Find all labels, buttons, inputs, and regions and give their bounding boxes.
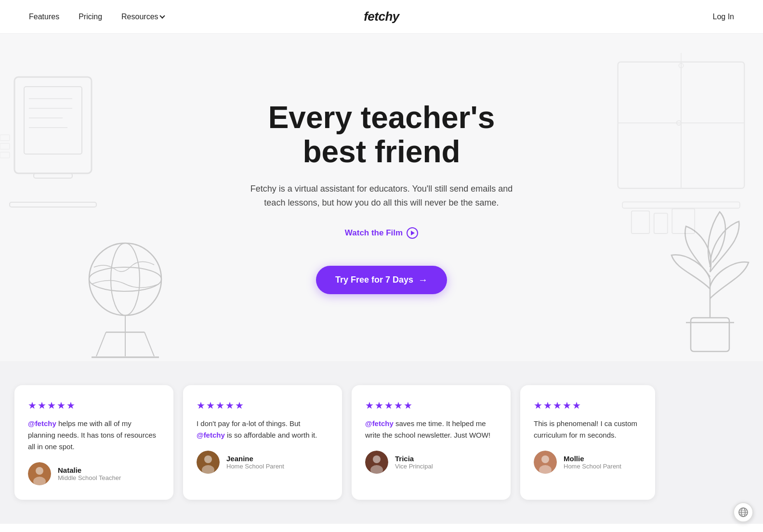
review-card: ★★★★★I don't pay for a-lot of things. Bu…	[183, 385, 342, 500]
svg-rect-27	[672, 208, 695, 234]
review-card: ★★★★★This is phenomenal! I ca custom cur…	[520, 385, 655, 500]
chevron-down-icon	[159, 13, 165, 18]
mention-tag[interactable]: @fetchy	[28, 419, 56, 428]
arrow-right-icon: →	[418, 274, 428, 285]
mention-tag[interactable]: @fetchy	[365, 419, 394, 428]
svg-point-29	[679, 64, 683, 68]
monitor-illustration	[0, 63, 106, 231]
svg-point-12	[111, 243, 140, 315]
review-stars: ★★★★★	[534, 400, 642, 411]
reviewer: NatalieMiddle School Teacher	[28, 462, 160, 485]
reviewer-name: Natalie	[58, 466, 121, 474]
svg-point-23	[677, 121, 681, 125]
globe-language-button[interactable]	[733, 502, 753, 522]
svg-rect-7	[10, 202, 96, 207]
review-text: I don't pay for a-lot of things. But @fe…	[197, 418, 329, 441]
avatar	[365, 451, 388, 474]
reviewer-role: Middle School Teacher	[58, 474, 121, 481]
reviewer-info: MollieHome School Parent	[564, 454, 621, 470]
svg-point-37	[204, 455, 212, 463]
plant-illustration	[657, 193, 763, 361]
navigation: Features Pricing Resources fetchy Log In	[0, 0, 763, 34]
reviewer-info: TriciaVice Principal	[395, 454, 433, 470]
svg-rect-20	[618, 62, 745, 189]
review-stars: ★★★★★	[365, 400, 497, 411]
svg-rect-24	[622, 202, 740, 208]
svg-point-40	[373, 455, 381, 463]
svg-line-17	[145, 332, 154, 356]
nav-resources[interactable]: Resources	[121, 13, 158, 21]
nav-resources-wrapper: Resources	[121, 13, 164, 21]
reviewer-name: Tricia	[395, 454, 433, 463]
nav-left: Features Pricing Resources	[29, 13, 164, 21]
svg-rect-0	[14, 77, 92, 173]
reviewer: MollieHome School Parent	[534, 451, 642, 474]
mention-tag[interactable]: @fetchy	[197, 431, 225, 439]
review-card: ★★★★★@fetchy helps me with all of my pla…	[14, 385, 173, 500]
review-text: @fetchy saves me time. It helped me writ…	[365, 418, 497, 441]
svg-rect-10	[0, 152, 10, 158]
svg-point-11	[89, 243, 161, 315]
cta-button[interactable]: Try Free for 7 Days →	[316, 266, 447, 294]
nav-features[interactable]: Features	[29, 13, 59, 21]
nav-right: Log In	[713, 13, 734, 21]
hero-title: Every teacher's best friend	[247, 101, 516, 169]
globe-icon	[738, 507, 749, 518]
svg-rect-9	[0, 143, 10, 149]
svg-point-13	[89, 267, 161, 291]
svg-rect-8	[0, 135, 10, 141]
avatar	[197, 451, 220, 474]
svg-rect-6	[34, 173, 72, 178]
reviewer-name: Jeanine	[226, 454, 284, 463]
hero-content: Every teacher's best friend Fetchy is a …	[237, 72, 526, 323]
svg-rect-26	[654, 213, 668, 234]
review-stars: ★★★★★	[197, 400, 329, 411]
reviewer: JeanineHome School Parent	[197, 451, 329, 474]
hero-section: Every teacher's best friend Fetchy is a …	[0, 34, 763, 361]
review-text: This is phenomenal! I ca custom curricul…	[534, 418, 642, 441]
reviewer-role: Home School Parent	[564, 463, 621, 470]
globe-illustration	[77, 236, 173, 361]
cta-label: Try Free for 7 Days	[335, 275, 413, 285]
svg-point-34	[36, 467, 43, 475]
hero-subtitle: Fetchy is a virtual assistant for educat…	[247, 182, 516, 210]
svg-rect-30	[691, 318, 729, 351]
svg-rect-1	[24, 87, 82, 154]
watch-film-link[interactable]: Watch the Film	[345, 227, 418, 239]
review-text: @fetchy helps me with all of my planning…	[28, 418, 160, 453]
login-button[interactable]: Log In	[713, 13, 734, 21]
reviewer-role: Vice Principal	[395, 463, 433, 470]
site-logo[interactable]: fetchy	[364, 9, 399, 24]
avatar	[28, 462, 51, 485]
reviewer: TriciaVice Principal	[365, 451, 497, 474]
nav-pricing[interactable]: Pricing	[79, 13, 102, 21]
svg-rect-25	[631, 211, 650, 234]
reviewer-role: Home School Parent	[226, 463, 284, 470]
watch-film-label: Watch the Film	[345, 228, 403, 238]
play-triangle-icon	[411, 231, 415, 235]
review-stars: ★★★★★	[28, 400, 160, 411]
reviews-section: ★★★★★@fetchy helps me with all of my pla…	[0, 361, 763, 524]
avatar	[534, 451, 557, 474]
reviewer-info: NatalieMiddle School Teacher	[58, 466, 121, 481]
window-illustration	[609, 53, 753, 279]
reviewer-info: JeanineHome School Parent	[226, 454, 284, 470]
play-icon	[407, 227, 418, 239]
review-card: ★★★★★@fetchy saves me time. It helped me…	[352, 385, 511, 500]
svg-line-16	[96, 332, 106, 356]
reviewer-name: Mollie	[564, 454, 621, 463]
svg-point-43	[541, 455, 549, 463]
